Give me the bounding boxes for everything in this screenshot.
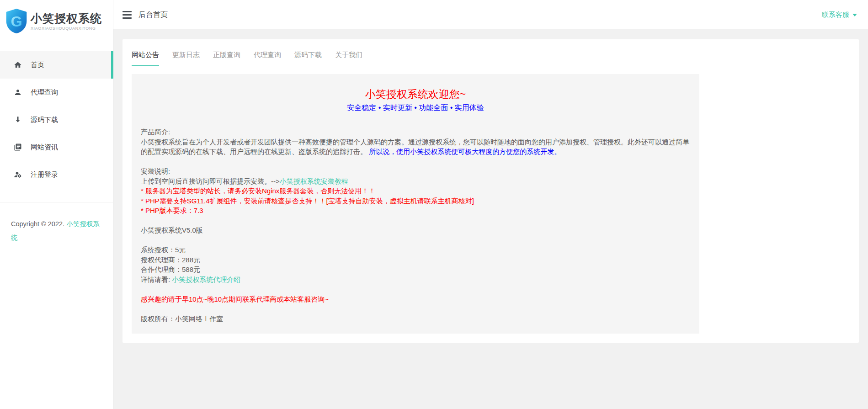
brand-subtitle: XIAOXIAOSHOUQUANXITONG: [31, 26, 102, 31]
tab-agent-query[interactable]: 代理查询: [254, 46, 281, 66]
price-line-2: 授权代理商：288元: [141, 255, 690, 265]
download-icon: [14, 116, 22, 124]
sidebar-item-label: 注册登录: [31, 170, 58, 179]
intro-paragraph: 小笑授权系统旨在为个人开发者或者开发团队提供一种高效便捷的管理个人源码的方案。通…: [141, 137, 690, 157]
home-icon: [14, 61, 22, 69]
tab-genuine-query[interactable]: 正版查询: [213, 46, 240, 66]
sidebar-item-register-login[interactable]: 注册登录: [0, 161, 113, 188]
svg-text:G: G: [11, 13, 22, 30]
notice-body: 产品简介: 小笑授权系统旨在为个人开发者或者开发团队提供一种高效便捷的管理个人源…: [141, 127, 690, 324]
top-header: 后台首页 联系客服: [113, 0, 868, 29]
warning-line-3: * PHP版本要求：7.3: [141, 206, 690, 216]
spacer: [141, 216, 690, 226]
contact-service-label: 联系客服: [822, 11, 849, 19]
sidebar-item-label: 网站资讯: [31, 143, 58, 152]
copyright-text: Copyright © 2022.: [11, 220, 66, 228]
spacer: [141, 304, 690, 314]
sidebar-item-label: 代理查询: [31, 88, 58, 97]
content-card: 网站公告 更新日志 正版查询 代理查询 源码下载 关于我们 小笑授权系统欢迎您~…: [122, 39, 859, 343]
install-text: 上传到空间后直接访问即可根据提示安装。-->: [141, 177, 280, 185]
version-line: 小笑授权系统V5.0版: [141, 225, 690, 235]
sidebar: G 小笑授权系统 XIAOXIAOSHOUQUANXITONG 首页 代理查询 …: [0, 0, 113, 409]
sidebar-nav: 首页 代理查询 源码下载 网站资讯 注册登录: [0, 42, 113, 188]
notice-panel: 小笑授权系统欢迎您~ 安全稳定 • 实时更新 • 功能全面 • 实用体验 产品简…: [132, 74, 699, 334]
page-title: 后台首页: [138, 10, 168, 20]
tab-changelog[interactable]: 更新日志: [172, 46, 200, 66]
install-line: 上传到空间后直接访问即可根据提示安装。-->小笑授权系统安装教程: [141, 176, 690, 186]
install-label: 安装说明:: [141, 166, 690, 176]
spacer: [141, 157, 690, 167]
sidebar-item-home[interactable]: 首页: [0, 51, 113, 79]
sidebar-item-agent-query[interactable]: 代理查询: [0, 79, 113, 106]
agent-intro-link[interactable]: 小笑授权系统代理介绍: [172, 276, 240, 283]
owner-line: 版权所有：小笑网络工作室: [141, 314, 690, 324]
tab-source-download[interactable]: 源码下载: [294, 46, 322, 66]
copyright: Copyright © 2022. 小笑授权系统: [0, 202, 113, 244]
contact-notice-line: 感兴趣的请于早10点~晚10点期间联系代理商或本站客服咨询~: [141, 294, 690, 304]
detail-label: 详情请看:: [141, 276, 172, 283]
notice-subtitle: 安全稳定 • 实时更新 • 功能全面 • 实用体验: [141, 102, 690, 113]
warning-line-2: * PHP需要支持SG11.4扩展组件，安装前请核查是否支持！！[宝塔支持自助安…: [141, 196, 690, 206]
hamburger-menu-icon[interactable]: [122, 11, 132, 19]
warning-line-1: * 服务器为宝塔类型的站长，请务必安装Nginx服务器套装，否则无法使用！！: [141, 186, 690, 196]
app-logo[interactable]: G 小笑授权系统 XIAOXIAOSHOUQUANXITONG: [0, 0, 113, 42]
price-line-3: 合作代理商：588元: [141, 265, 690, 275]
notice-title: 小笑授权系统欢迎您~: [141, 87, 690, 101]
tab-site-notice[interactable]: 网站公告: [132, 46, 159, 66]
tab-about-us[interactable]: 关于我们: [335, 46, 362, 66]
brand-name: 小笑授权系统: [31, 12, 102, 25]
tab-bar: 网站公告 更新日志 正版查询 代理查询 源码下载 关于我们: [122, 39, 859, 66]
intro-label: 产品简介:: [141, 127, 690, 137]
sidebar-item-source-download[interactable]: 源码下载: [0, 106, 113, 133]
sidebar-item-label: 源码下载: [31, 116, 58, 124]
user-gear-icon: [14, 170, 22, 179]
detail-line: 详情请看: 小笑授权系统代理介绍: [141, 275, 690, 285]
intro-highlight: 所以说，使用小笑授权系统便可极大程度的方便您的系统开发。: [367, 148, 561, 155]
contact-service-link[interactable]: 联系客服: [822, 11, 857, 19]
user-icon: [14, 88, 22, 96]
caret-down-icon: [852, 14, 857, 16]
news-icon: [14, 143, 22, 151]
sidebar-item-label: 首页: [31, 61, 44, 69]
price-line-1: 系统授权：5元: [141, 245, 690, 255]
sidebar-item-site-news[interactable]: 网站资讯: [0, 133, 113, 161]
spacer: [141, 284, 690, 294]
main-content: 网站公告 更新日志 正版查询 代理查询 源码下载 关于我们 小笑授权系统欢迎您~…: [113, 29, 868, 409]
install-tutorial-link[interactable]: 小笑授权系统安装教程: [280, 177, 348, 185]
spacer: [141, 235, 690, 245]
logo-shield-icon: G: [5, 8, 27, 34]
